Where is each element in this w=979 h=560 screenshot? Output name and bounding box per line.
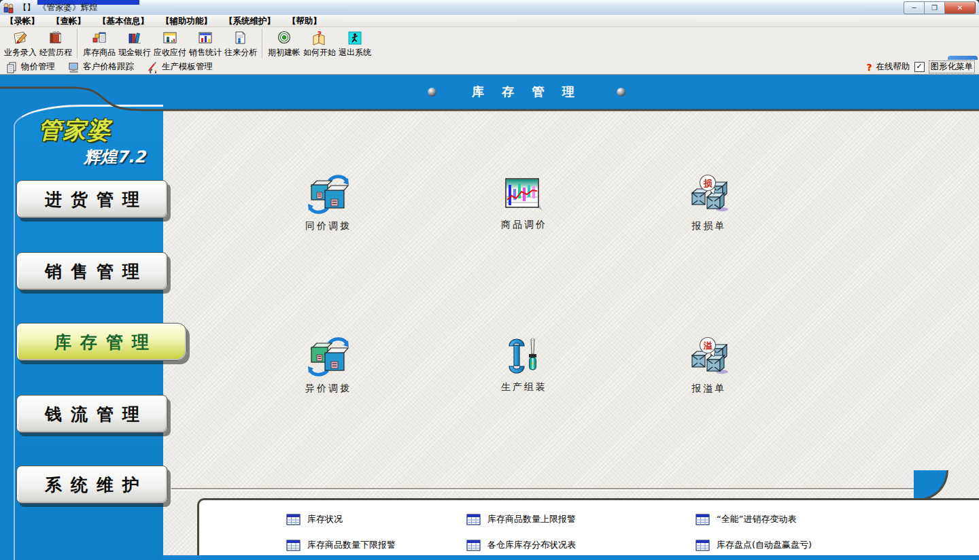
online-help-button[interactable]: 在线帮助 — [876, 61, 910, 73]
toolbar2-right: ? 在线帮助 ✓ 图形化菜单 — [866, 60, 979, 73]
toolbar-label: 销售统计 — [189, 47, 222, 58]
contacts-analysis-button[interactable]: 往来分析 — [223, 29, 258, 59]
report-warehouse-distribution[interactable]: 各仓库库存分布状况表 — [466, 538, 576, 552]
svg-text:?: ? — [317, 30, 322, 39]
module-overflow-report[interactable]: 溢 报溢单 — [665, 336, 753, 395]
analysis-doc-icon — [233, 29, 249, 47]
module-goods-reprice[interactable]: 商品调价 — [480, 177, 568, 231]
warehouse-transfer-icon — [306, 174, 351, 215]
table-icon — [286, 514, 300, 525]
report-allpowerful-change-table[interactable]: “全能”进销存变动表 — [695, 512, 796, 526]
overflow-boxes-icon: 溢 — [688, 336, 730, 377]
module-label: 异价调拨 — [284, 383, 373, 395]
exit-runner-icon — [347, 29, 363, 47]
menu-bar: 【录帐】 【查帐】 【基本信息】 【辅助功能】 【系统维护】 【帮助】 — [0, 15, 979, 27]
loss-boxes-icon: 损 — [688, 174, 730, 215]
toolbar2-label: 生产模板管理 — [162, 61, 213, 73]
report-stocktake[interactable]: 库存盘点(自动盘赢盘亏) — [695, 538, 812, 552]
price-chart-icon — [504, 177, 544, 213]
toolbar-separator — [77, 29, 78, 58]
toolbar-label: 期初建帐 — [268, 47, 300, 58]
inventory-goods-button[interactable]: 库存商品 — [82, 29, 117, 59]
minimize-button[interactable]: ─ — [904, 1, 924, 14]
table-icon — [695, 514, 710, 525]
business-entry-button[interactable]: 业务录入 — [3, 29, 38, 59]
wrench-screwdriver-icon — [505, 338, 543, 376]
report-label: 库存商品数量下限报警 — [307, 539, 396, 551]
loss-badge-text: 损 — [703, 178, 713, 188]
toolbar-label: 应收应付 — [154, 47, 186, 58]
table-icon — [466, 514, 481, 525]
menu-query[interactable]: 【查帐】 — [52, 15, 86, 27]
menu-record[interactable]: 【录帐】 — [5, 15, 39, 27]
receivable-payable-button[interactable]: 应收应付 — [152, 29, 188, 59]
computer-icon — [67, 61, 80, 73]
sidebar-item-inventory[interactable]: 库存管理 — [16, 323, 187, 361]
report-inventory-status[interactable]: 库存状况 — [286, 512, 343, 526]
toolbar2-label: 客户价格跟踪 — [83, 61, 134, 73]
module-same-price-transfer[interactable]: 同价调拨 — [284, 174, 373, 232]
module-label: 生产组装 — [480, 381, 568, 393]
production-template-button[interactable]: 生产模板管理 — [146, 61, 213, 73]
green-target-icon — [276, 29, 292, 47]
bottom-strip — [161, 555, 979, 560]
graphical-menu-label[interactable]: 图形化菜单 — [929, 60, 976, 73]
svg-text:溢: 溢 — [704, 340, 713, 351]
menu-system-maintain[interactable]: 【系统维护】 — [224, 15, 275, 27]
menu-basic-info[interactable]: 【基本信息】 — [98, 15, 149, 27]
report-label: “全能”进销存变动表 — [717, 513, 796, 525]
how-to-start-button[interactable]: ? 如何开始 — [302, 29, 337, 59]
brand-logo-text: 管家婆 — [38, 115, 163, 146]
toolbar-label: 往来分析 — [224, 47, 257, 58]
ledger-book-icon — [48, 29, 64, 47]
main-region: 库 存 管 理 管家婆 辉煌7.2 进货管理 销售管理 库存管理 钱流管理 系统… — [0, 75, 979, 560]
price-management-button[interactable]: 物价管理 — [5, 61, 55, 73]
window-title: 【】 《管家婆》辉煌 — [18, 0, 97, 15]
divider-groove — [171, 488, 914, 491]
sales-chart-icon — [197, 29, 213, 47]
sales-stats-button[interactable]: 销售统计 — [188, 29, 223, 59]
warehouse-transfer-diff-icon — [306, 336, 351, 377]
module-production-assembly[interactable]: 生产组装 — [480, 338, 568, 393]
toolbar-label: 业务录入 — [4, 47, 37, 58]
brand-version-text: 辉煌7.2 — [15, 146, 163, 168]
report-label: 库存状况 — [307, 513, 343, 525]
section-header: 库 存 管 理 — [161, 75, 892, 109]
sphere-bullet-icon — [428, 88, 436, 97]
exit-system-button[interactable]: 退出系统 — [337, 29, 373, 59]
table-icon — [466, 540, 481, 551]
title-bar: 【】 《管家婆》辉煌 ─ ❐ ✕ — [0, 0, 979, 16]
person-card-icon — [162, 29, 178, 47]
module-label: 商品调价 — [480, 219, 568, 231]
menu-aux-functions[interactable]: 【辅助功能】 — [161, 15, 212, 27]
business-history-button[interactable]: 经营历程 — [38, 29, 73, 59]
module-loss-report[interactable]: 损 报损单 — [665, 174, 753, 232]
initial-setup-button[interactable]: 期初建帐 — [267, 29, 302, 59]
toolbar-label: 经营历程 — [39, 47, 72, 58]
sidebar-item-purchase[interactable]: 进货管理 — [16, 180, 168, 218]
cash-bank-button[interactable]: 现金银行 — [117, 29, 152, 59]
tools-small-icon — [146, 61, 158, 73]
secondary-toolbar: 物价管理 客户价格跟踪 生产模板 — [0, 60, 979, 75]
report-label: 库存商品数量上限报警 — [487, 513, 576, 525]
report-lower-limit-alarm[interactable]: 库存商品数量下限报警 — [286, 538, 396, 552]
pages-icon — [5, 61, 18, 73]
sidebar-item-cashflow[interactable]: 钱流管理 — [16, 395, 168, 433]
restore-button[interactable]: ❐ — [924, 1, 944, 14]
sphere-bullet-icon — [617, 88, 625, 97]
module-diff-price-transfer[interactable]: 异价调拨 — [284, 336, 373, 395]
toolbar-label: 如何开始 — [303, 47, 336, 58]
pen-paper-icon — [12, 29, 29, 47]
sidebar-item-sales[interactable]: 销售管理 — [16, 252, 168, 290]
module-label: 报溢单 — [665, 383, 753, 395]
menu-help[interactable]: 【帮助】 — [288, 15, 322, 27]
sidebar-item-system[interactable]: 系统维护 — [16, 466, 168, 504]
main-toolbar: 业务录入 经营历程 — [0, 27, 979, 62]
close-button[interactable]: ✕ — [944, 1, 976, 14]
toolbar-label: 退出系统 — [339, 47, 371, 58]
app-window: 【】 《管家婆》辉煌 ─ ❐ ✕ 【录帐】 【查帐】 【基本信息】 【辅助功能】… — [0, 0, 979, 560]
graphical-menu-checkbox[interactable]: ✓ — [914, 62, 925, 72]
customer-price-tracking-button[interactable]: 客户价格跟踪 — [67, 61, 134, 73]
report-upper-limit-alarm[interactable]: 库存商品数量上限报警 — [466, 512, 576, 526]
toolbar-separator — [262, 29, 263, 58]
